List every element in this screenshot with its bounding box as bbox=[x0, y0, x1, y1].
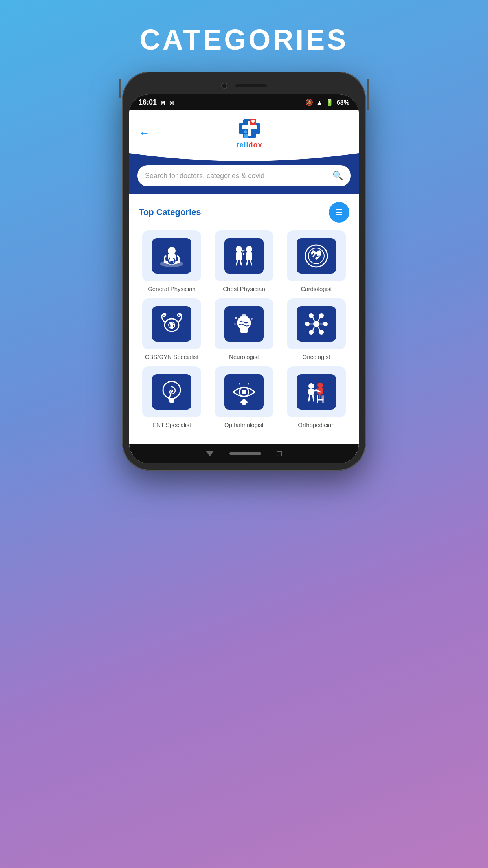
top-categories-row: Top Categories ☰ bbox=[139, 202, 349, 223]
category-icon-inner-ortho bbox=[297, 374, 336, 410]
svg-rect-52 bbox=[169, 398, 174, 403]
header-top-row: ← bbox=[139, 117, 349, 149]
chest-physician-icon bbox=[230, 242, 258, 270]
svg-point-39 bbox=[305, 322, 310, 326]
category-icon-inner-onco bbox=[297, 306, 336, 342]
svg-line-50 bbox=[318, 327, 320, 331]
volume-button bbox=[119, 79, 121, 98]
svg-line-20 bbox=[237, 260, 237, 265]
category-name-chest-physician: Chest Physician bbox=[223, 285, 265, 292]
svg-line-70 bbox=[313, 395, 314, 401]
svg-line-47 bbox=[313, 317, 314, 321]
clock: 16:01 bbox=[139, 98, 157, 107]
svg-line-49 bbox=[313, 327, 314, 331]
svg-line-62 bbox=[319, 394, 320, 400]
category-icon-inner-neuro bbox=[224, 306, 264, 342]
phone-bottom-bar bbox=[129, 444, 359, 463]
page-title-section: CATEGORIES bbox=[0, 0, 488, 72]
category-name-obs-gyn: OBS/GYN Specialist bbox=[145, 353, 199, 360]
category-item-orthopedician[interactable]: Orthopedician bbox=[283, 366, 349, 428]
svg-point-7 bbox=[244, 130, 247, 133]
svg-rect-14 bbox=[236, 252, 242, 260]
category-item-cardiologist[interactable]: Cardiologist bbox=[283, 230, 349, 292]
svg-rect-65 bbox=[308, 389, 314, 395]
svg-point-18 bbox=[244, 250, 246, 251]
filter-button[interactable]: ☰ bbox=[329, 202, 349, 223]
category-icon-box-ent bbox=[142, 366, 201, 417]
gmail-icon: M bbox=[161, 99, 165, 106]
logo-text: telidox bbox=[237, 141, 262, 149]
general-physician-icon bbox=[158, 242, 185, 270]
svg-rect-16 bbox=[246, 252, 252, 260]
power-button bbox=[367, 79, 369, 110]
category-icon-inner-obs bbox=[152, 306, 191, 342]
category-name-opthalmologist: Opthalmologist bbox=[224, 421, 264, 428]
svg-point-13 bbox=[236, 246, 242, 252]
oncologist-icon bbox=[303, 310, 330, 338]
search-placeholder: Search for doctors, categories & covid bbox=[145, 172, 328, 180]
category-item-obs-gyn[interactable]: OBS/GYN Specialist bbox=[139, 298, 205, 360]
svg-rect-56 bbox=[240, 401, 248, 403]
category-item-chest-physician[interactable]: Chest Physician bbox=[211, 230, 277, 292]
opthalmologist-icon bbox=[230, 378, 258, 406]
category-icon-box-general bbox=[142, 230, 201, 281]
category-item-general-physician[interactable]: General Physician bbox=[139, 230, 205, 292]
category-name-neurologist: Neurologist bbox=[229, 353, 259, 360]
front-camera bbox=[221, 83, 227, 89]
top-categories-label: Top Categories bbox=[139, 207, 201, 217]
svg-point-54 bbox=[242, 390, 246, 394]
svg-point-40 bbox=[323, 322, 328, 326]
speaker bbox=[235, 84, 267, 87]
search-icon[interactable]: 🔍 bbox=[332, 171, 343, 181]
svg-point-38 bbox=[313, 321, 319, 327]
category-icon-inner-cardio bbox=[297, 238, 336, 274]
cardiologist-icon bbox=[303, 242, 330, 270]
svg-rect-34 bbox=[240, 331, 248, 333]
phone-screen: 16:01 M ◎ 🔕 ▲ 🔋 68% ← bbox=[129, 94, 359, 463]
svg-line-59 bbox=[248, 383, 248, 385]
category-icon-box-cardio bbox=[287, 230, 346, 281]
home-pill[interactable] bbox=[229, 452, 261, 455]
category-icon-box-opth bbox=[215, 366, 273, 417]
obs-gyn-icon bbox=[158, 310, 185, 338]
category-name-oncologist: Oncologist bbox=[303, 353, 330, 360]
svg-point-19 bbox=[244, 252, 244, 252]
wave-divider bbox=[129, 153, 359, 165]
svg-point-31 bbox=[170, 326, 173, 329]
svg-rect-3 bbox=[242, 125, 257, 129]
category-icon-inner-ent bbox=[152, 374, 191, 410]
svg-line-48 bbox=[318, 317, 320, 321]
svg-line-63 bbox=[321, 394, 322, 400]
svg-point-15 bbox=[246, 246, 252, 252]
svg-point-10 bbox=[168, 247, 176, 255]
category-item-opthalmologist[interactable]: Opthalmologist bbox=[211, 366, 277, 428]
svg-point-35 bbox=[235, 317, 237, 319]
svg-point-12 bbox=[170, 261, 173, 264]
back-nav-icon[interactable] bbox=[206, 451, 214, 456]
recents-nav-icon[interactable] bbox=[277, 451, 282, 456]
category-icon-inner-chest bbox=[224, 238, 264, 274]
app-logo bbox=[236, 117, 263, 140]
category-name-ent: ENT Specialist bbox=[152, 421, 191, 428]
back-button[interactable]: ← bbox=[139, 127, 150, 140]
page-title: CATEGORIES bbox=[140, 24, 349, 56]
neurologist-icon bbox=[230, 310, 258, 338]
svg-rect-33 bbox=[240, 316, 248, 320]
bell-off-icon: 🔕 bbox=[305, 99, 313, 106]
category-item-neurologist[interactable]: Neurologist bbox=[211, 298, 277, 360]
search-bar[interactable]: Search for doctors, categories & covid 🔍 bbox=[137, 165, 351, 186]
category-name-general-physician: General Physician bbox=[148, 285, 196, 292]
orthopedician-icon bbox=[303, 378, 330, 406]
svg-line-69 bbox=[309, 395, 310, 401]
category-item-oncologist[interactable]: Oncologist bbox=[283, 298, 349, 360]
search-section: Search for doctors, categories & covid 🔍 bbox=[129, 165, 359, 194]
category-item-ent[interactable]: ENT Specialist bbox=[139, 366, 205, 428]
svg-line-23 bbox=[251, 260, 251, 265]
category-icon-box-obs bbox=[142, 298, 201, 349]
ent-specialist-icon bbox=[158, 378, 185, 406]
category-icon-box-onco bbox=[287, 298, 346, 349]
svg-point-64 bbox=[308, 383, 314, 389]
category-icon-inner-opth bbox=[224, 374, 264, 410]
filter-icon: ☰ bbox=[336, 208, 343, 217]
svg-rect-8 bbox=[244, 134, 248, 138]
